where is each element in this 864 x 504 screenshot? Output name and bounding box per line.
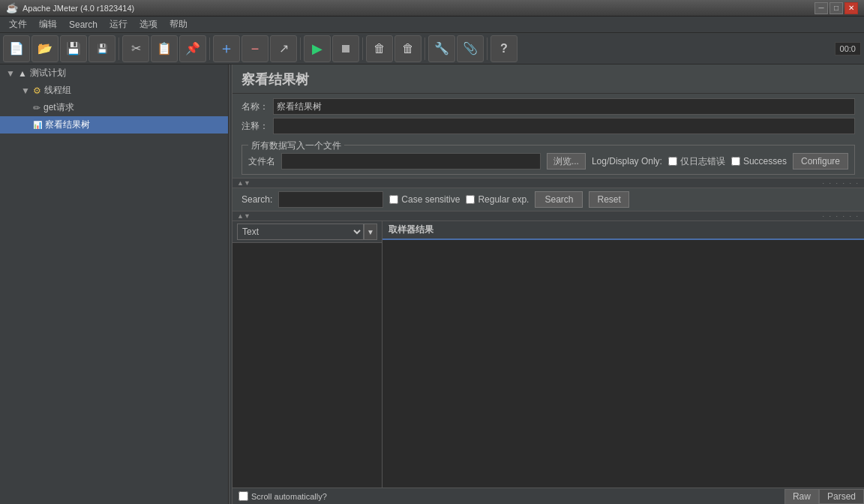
- menu-file[interactable]: 文件: [3, 16, 33, 32]
- request-icon: ✏: [33, 103, 40, 113]
- menu-help[interactable]: 帮助: [164, 16, 194, 32]
- toolbar-sep-4: [362, 38, 363, 60]
- error-only-checkbox-label: 仅日志错误: [668, 155, 725, 168]
- log-display-label: Log/Display Only:: [592, 156, 662, 166]
- main-layout: ▼ ▲ 测试计划 ▼ ⚙ 线程组 ✏ get请求 📊 察看结果树 察看结果树: [0, 64, 864, 504]
- paste-button[interactable]: 📌: [179, 35, 206, 62]
- clear-button[interactable]: 🗑: [366, 35, 393, 62]
- successes-text: Successes: [743, 156, 787, 166]
- left-result-body: [232, 243, 382, 488]
- bottom-tabs: Raw Parsed: [784, 489, 864, 504]
- results-area: Text ▼ 取样器结果: [232, 221, 864, 488]
- minimize-button[interactable]: ─: [814, 2, 828, 14]
- remove-button[interactable]: －: [242, 35, 268, 62]
- sidebar-label-view-result: 察看结果树: [45, 118, 90, 131]
- toolbar-sep-5: [424, 38, 425, 60]
- title-bar: ☕ Apache JMeter (4.0 r1823414) ─ □ ✕: [0, 0, 864, 16]
- reset-button[interactable]: Reset: [589, 191, 628, 208]
- scroll-checkbox[interactable]: [238, 491, 248, 501]
- open-button[interactable]: 📂: [32, 35, 58, 62]
- menu-run[interactable]: 运行: [104, 16, 134, 32]
- parsed-tab[interactable]: Parsed: [819, 489, 864, 504]
- divider-arrows-1: ▲▼: [237, 179, 250, 187]
- file-input[interactable]: [281, 153, 541, 170]
- toolbar: 📄 📂 💾 💾 ✂ 📋 📌 ＋ － ↗ ▶ ⏹ 🗑 🗑 🔧 📎 ? 00:0: [0, 33, 864, 64]
- search-label: Search:: [242, 194, 272, 205]
- save-as-button[interactable]: 💾: [88, 35, 116, 62]
- comment-label: 注释：: [242, 120, 268, 133]
- successes-checkbox[interactable]: [731, 157, 740, 166]
- cut-button[interactable]: ✂: [122, 35, 149, 62]
- search-input[interactable]: [278, 191, 383, 208]
- listener-icon: 📊: [33, 121, 42, 129]
- file-label: 文件名: [248, 155, 275, 168]
- sidebar-item-thread-group[interactable]: ▼ ⚙ 线程组: [0, 82, 228, 99]
- close-button[interactable]: ✕: [844, 2, 858, 14]
- help-button[interactable]: ?: [490, 35, 518, 62]
- dropdown-arrow[interactable]: ▼: [364, 224, 377, 240]
- sidebar-item-get-request[interactable]: ✏ get请求: [0, 99, 228, 116]
- run-button[interactable]: ▶: [304, 35, 331, 62]
- right-result-panel: 取样器结果: [382, 221, 864, 488]
- case-sensitive-label: Case sensitive: [389, 194, 460, 205]
- divider-1: ▲▼ · · · · · ·: [232, 178, 864, 188]
- error-only-checkbox[interactable]: [668, 157, 677, 166]
- scroll-checkbox-area: Scroll automatically?: [232, 491, 333, 501]
- title-text: Apache JMeter (4.0 r1823414): [22, 4, 814, 13]
- search-button[interactable]: Search: [535, 191, 583, 208]
- toolbar-sep-3: [300, 38, 301, 60]
- sidebar-label-get-request: get请求: [44, 101, 74, 114]
- save-button[interactable]: 💾: [60, 35, 87, 62]
- format-dropdown[interactable]: Text: [237, 224, 364, 240]
- timer-display: 00:0: [835, 42, 861, 56]
- name-input[interactable]: [273, 98, 855, 115]
- sidebar-label-test-plan: 测试计划: [30, 67, 66, 80]
- divider-dots-2: · · · · · ·: [822, 212, 860, 220]
- menu-edit[interactable]: 编辑: [33, 16, 63, 32]
- maximize-button[interactable]: □: [830, 2, 843, 14]
- sidebar-item-test-plan[interactable]: ▼ ▲ 测试计划: [0, 64, 228, 82]
- toolbar-sep-1: [118, 38, 119, 60]
- toolbar-sep-2: [209, 38, 210, 60]
- plan-icon: ▲: [18, 68, 27, 79]
- scroll-label: Scroll automatically?: [251, 492, 327, 501]
- right-result-body: [382, 240, 864, 488]
- expand-icon: ▼: [6, 68, 15, 79]
- file-group-box: 所有数据写入一个文件 文件名 浏览... Log/Display Only: 仅…: [242, 145, 855, 175]
- content-panel: 察看结果树 名称： 注释： 所有数据写入一个文件 文件名 浏览... Log/D…: [232, 64, 864, 504]
- group-box-title: 所有数据写入一个文件: [248, 140, 344, 152]
- regexp-label: Regular exp.: [466, 194, 529, 205]
- browse-button[interactable]: 浏览...: [547, 153, 586, 170]
- comment-input[interactable]: [273, 118, 855, 134]
- results-bottom: Scroll automatically? Raw Parsed: [232, 488, 864, 504]
- configure-button[interactable]: Configure: [793, 153, 848, 170]
- left-result-panel: Text ▼: [232, 221, 382, 488]
- menu-search[interactable]: Search: [63, 18, 104, 32]
- app-icon: ☕: [6, 2, 18, 14]
- regexp-checkbox[interactable]: [466, 195, 475, 204]
- expand-icon-thread: ▼: [21, 86, 30, 96]
- add-button[interactable]: ＋: [213, 35, 240, 62]
- new-button[interactable]: 📄: [3, 35, 30, 62]
- raw-tab[interactable]: Raw: [784, 489, 819, 504]
- toolbar-sep-6: [487, 38, 488, 60]
- sidebar-item-view-result[interactable]: 📊 察看结果树: [0, 116, 228, 134]
- window-controls: ─ □ ✕: [814, 2, 858, 14]
- divider-arrows-2: ▲▼: [237, 212, 250, 220]
- case-sensitive-checkbox[interactable]: [389, 195, 398, 204]
- expand-button[interactable]: ↗: [270, 35, 297, 62]
- menu-options[interactable]: 选项: [134, 16, 164, 32]
- function-button[interactable]: 🔧: [428, 35, 455, 62]
- clear-all-button[interactable]: 🗑: [394, 35, 422, 62]
- copy-button[interactable]: 📋: [151, 35, 178, 62]
- template-button[interactable]: 📎: [457, 35, 484, 62]
- comment-row: 注释：: [242, 118, 855, 134]
- case-sensitive-text: Case sensitive: [401, 194, 460, 205]
- stop-button[interactable]: ⏹: [332, 35, 359, 62]
- divider-dots-1: · · · · · ·: [822, 179, 860, 187]
- left-result-header: Text ▼: [232, 221, 382, 243]
- sidebar: ▼ ▲ 测试计划 ▼ ⚙ 线程组 ✏ get请求 📊 察看结果树: [0, 64, 229, 504]
- menu-bar: 文件 编辑 Search 运行 选项 帮助: [0, 16, 864, 33]
- error-only-text: 仅日志错误: [680, 155, 725, 168]
- divider-2: ▲▼ · · · · · ·: [232, 211, 864, 221]
